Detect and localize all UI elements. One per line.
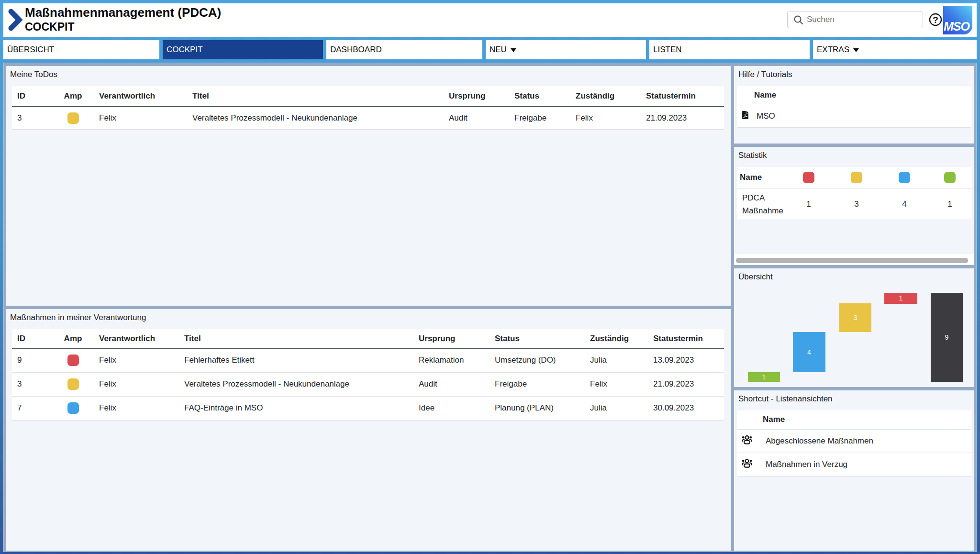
svg-text:?: ?: [933, 15, 938, 25]
